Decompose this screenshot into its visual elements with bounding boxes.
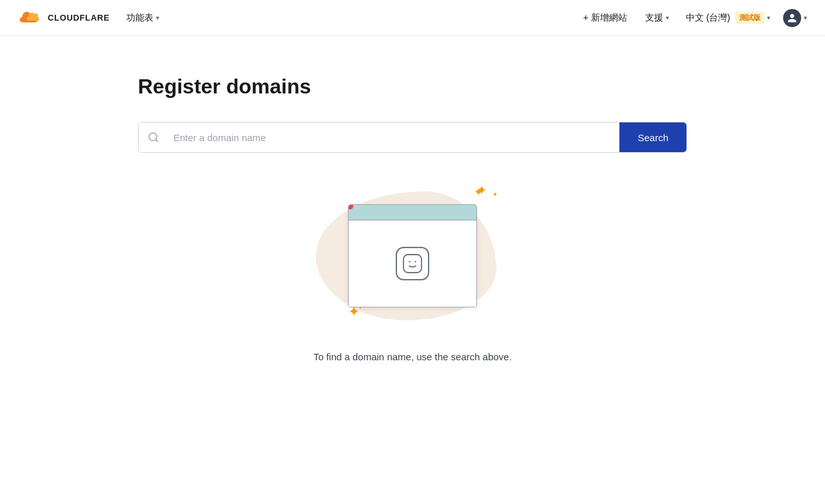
navbar: CLOUDFLARE 功能表 ▾ + 新增網站 支援 ▾ 中文 (台灣) 測試版… <box>0 0 825 36</box>
browser-mockup <box>348 204 477 307</box>
search-button[interactable]: Search <box>619 122 686 152</box>
search-icon <box>148 131 159 143</box>
menu-button[interactable]: 功能表 ▾ <box>122 10 163 26</box>
svg-point-4 <box>414 261 416 262</box>
account-icon <box>787 13 797 23</box>
add-site-button[interactable]: + 新增網站 <box>579 10 631 26</box>
logo[interactable]: CLOUDFLARE <box>15 9 110 27</box>
main-content: Register domains Search ✦ ✦ ✦ <box>122 36 703 388</box>
smiley-face-icon <box>402 253 423 274</box>
sparkle-icon-5: ✦ <box>492 191 498 198</box>
search-icon-wrap <box>139 122 168 152</box>
support-chevron-icon: ▾ <box>666 14 669 21</box>
browser-toolbar <box>349 205 476 220</box>
language-selector[interactable]: 中文 (台灣) 測試版 ▾ <box>683 10 770 26</box>
user-avatar-icon <box>783 9 801 27</box>
svg-rect-2 <box>403 255 422 273</box>
lang-chevron-icon: ▾ <box>767 14 770 21</box>
page-title: Register domains <box>138 75 687 99</box>
logo-text: CLOUDFLARE <box>48 13 110 23</box>
menu-chevron-icon: ▾ <box>156 14 159 21</box>
cloudflare-logo-icon <box>15 9 43 27</box>
language-button[interactable]: 中文 (台灣) <box>683 10 733 26</box>
support-button[interactable]: 支援 ▾ <box>641 10 673 26</box>
svg-point-3 <box>409 261 410 262</box>
navbar-left: CLOUDFLARE 功能表 ▾ <box>15 9 163 27</box>
domain-search-input[interactable] <box>168 122 619 152</box>
illustration: ✦ ✦ ✦ <box>138 179 687 362</box>
navbar-right: + 新增網站 支援 ▾ 中文 (台灣) 測試版 ▾ ▾ <box>579 6 810 30</box>
browser-body <box>349 220 476 307</box>
sparkle-icon-4: ✦ <box>476 184 487 197</box>
svg-line-1 <box>155 139 157 141</box>
smiley-icon <box>396 247 429 280</box>
hint-text: To find a domain name, use the search ab… <box>313 351 512 362</box>
illustration-container: ✦ ✦ ✦ <box>309 179 516 333</box>
beta-badge: 測試版 <box>735 12 764 24</box>
user-chevron-icon: ▾ <box>804 14 807 21</box>
user-menu-button[interactable]: ▾ <box>781 6 810 30</box>
search-bar: Search <box>138 122 687 153</box>
